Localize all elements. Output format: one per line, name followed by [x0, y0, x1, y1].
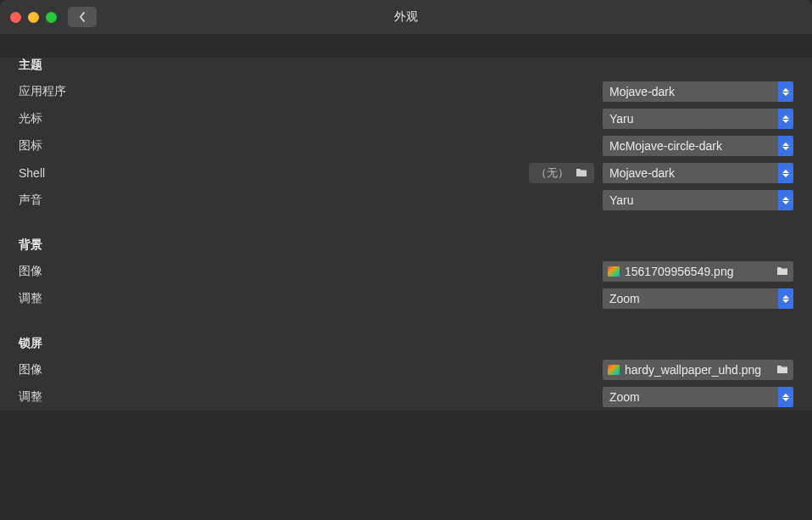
back-button[interactable]	[68, 7, 97, 27]
dropdown-value: Zoom	[603, 390, 778, 404]
dropdown-shell-theme[interactable]: Mojave-dark	[603, 163, 793, 183]
row-cursor-theme: 光标 Yaru	[19, 105, 793, 132]
minimize-icon[interactable]	[28, 12, 39, 23]
image-thumb-icon	[608, 266, 620, 277]
row-lockscreen-adjust: 调整 Zoom	[19, 383, 793, 411]
window-title: 外观	[394, 9, 418, 25]
chevron-updown-icon	[778, 163, 793, 183]
folder-icon	[576, 166, 587, 180]
label-app-theme: 应用程序	[19, 84, 66, 99]
label-lockscreen-image: 图像	[19, 362, 42, 377]
label-icons-theme: 图标	[19, 138, 42, 154]
row-lockscreen-image: 图像 hardy_wallpaper_uhd.png	[19, 356, 793, 383]
content-area: 主题 应用程序 Mojave-dark 光标 Yaru 图标 McMojave-…	[0, 58, 812, 411]
maximize-icon[interactable]	[46, 12, 57, 23]
file-button-background-image[interactable]: 1561709956549.png	[603, 261, 793, 282]
dropdown-value: McMojave-circle-dark	[603, 139, 778, 153]
folder-icon	[776, 363, 788, 377]
dropdown-value: Mojave-dark	[603, 85, 778, 98]
dropdown-cursor-theme[interactable]: Yaru	[603, 109, 793, 129]
shell-badge-text: （无）	[536, 165, 569, 181]
label-sound-theme: 声音	[19, 193, 42, 208]
section-heading-lockscreen: 锁屏	[19, 336, 793, 351]
dropdown-value: Mojave-dark	[603, 166, 778, 180]
dropdown-value: Zoom	[603, 292, 778, 305]
label-background-image: 图像	[19, 264, 42, 279]
section-heading-background: 背景	[19, 238, 793, 253]
label-background-adjust: 调整	[19, 291, 42, 306]
section-heading-theme: 主题	[19, 58, 793, 73]
chevron-updown-icon	[778, 81, 793, 102]
label-shell-theme: Shell	[19, 166, 45, 180]
row-background-image: 图像 1561709956549.png	[19, 258, 793, 285]
dropdown-background-adjust[interactable]: Zoom	[603, 288, 793, 309]
close-icon[interactable]	[10, 12, 21, 23]
chevron-updown-icon	[778, 387, 793, 407]
row-sound-theme: 声音 Yaru	[19, 187, 793, 214]
chevron-updown-icon	[778, 136, 793, 156]
window-controls	[10, 12, 57, 23]
label-cursor-theme: 光标	[19, 111, 42, 126]
image-thumb-icon	[608, 365, 620, 375]
titlebar: 外观	[0, 0, 812, 34]
shell-badge[interactable]: （无）	[529, 163, 594, 183]
label-lockscreen-adjust: 调整	[19, 389, 42, 405]
chevron-updown-icon	[778, 109, 793, 129]
dropdown-icons-theme[interactable]: McMojave-circle-dark	[603, 136, 793, 156]
row-icons-theme: 图标 McMojave-circle-dark	[19, 132, 793, 159]
file-value: 1561709956549.png	[625, 265, 771, 278]
dropdown-sound-theme[interactable]: Yaru	[603, 190, 793, 210]
dropdown-lockscreen-adjust[interactable]: Zoom	[603, 387, 793, 407]
file-value: hardy_wallpaper_uhd.png	[625, 363, 771, 377]
row-shell-theme: Shell （无） Mojave-dark	[19, 159, 793, 187]
row-app-theme: 应用程序 Mojave-dark	[19, 78, 793, 105]
dropdown-value: Yaru	[603, 112, 778, 126]
chevron-left-icon	[78, 11, 86, 23]
file-button-lockscreen-image[interactable]: hardy_wallpaper_uhd.png	[603, 360, 793, 380]
dropdown-app-theme[interactable]: Mojave-dark	[603, 81, 793, 102]
chevron-updown-icon	[778, 190, 793, 210]
chevron-updown-icon	[778, 288, 793, 309]
row-background-adjust: 调整 Zoom	[19, 285, 793, 312]
folder-icon	[776, 265, 788, 278]
dropdown-value: Yaru	[603, 193, 778, 207]
